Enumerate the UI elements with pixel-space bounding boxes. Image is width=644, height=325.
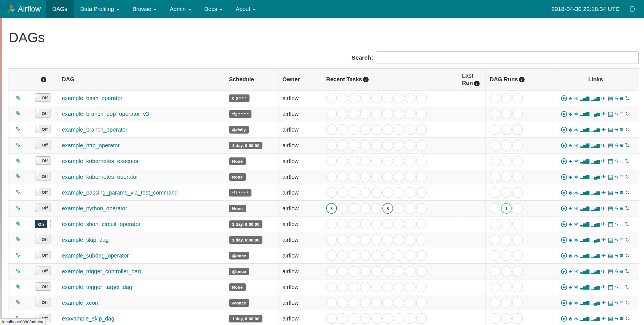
landing-times-icon[interactable]: ✈ [601,221,606,227]
graph-view-icon[interactable]: ∗ [573,268,579,275]
refresh-icon[interactable]: ↻ [625,299,630,306]
dag-run-circle[interactable]: 1 [501,203,512,214]
recent-task-circle[interactable] [416,250,427,261]
refresh-icon[interactable]: ↻ [625,236,630,243]
recent-task-circle[interactable] [394,187,404,198]
tree-view-icon[interactable]: ♠ [569,284,572,290]
dag-pause-toggle[interactable]: Off [35,109,51,118]
recent-task-circle[interactable] [405,250,416,261]
logs-icon[interactable]: ≡ [620,95,623,102]
recent-task-circle[interactable] [405,297,416,308]
dag-run-circle[interactable] [490,109,500,119]
graph-view-icon[interactable]: ∗ [573,189,579,196]
edit-dag-icon[interactable]: ✎ [15,141,21,149]
gantt-view-icon[interactable]: ▤ [608,142,613,149]
code-view-icon[interactable]: ϟ [615,284,618,290]
graph-view-icon[interactable]: ∗ [573,284,579,290]
task-tries-icon[interactable]: ▁▄▆ [591,300,600,305]
landing-times-icon[interactable]: ✈ [601,158,606,164]
graph-view-icon[interactable]: ∗ [573,126,579,133]
dag-link[interactable]: example_branch_operator [62,127,128,133]
dag-run-circle[interactable] [490,219,500,229]
code-view-icon[interactable]: ϟ [615,236,618,243]
task-duration-icon[interactable]: ▂▅▇ [580,143,589,148]
graph-view-icon[interactable]: ∗ [573,110,579,117]
recent-task-circle[interactable] [337,282,348,292]
refresh-icon[interactable]: ↻ [625,189,630,196]
task-duration-icon[interactable]: ▂▅▇ [580,127,589,132]
nav-item-data-profiling[interactable]: Data Profiling [74,0,126,18]
recent-task-circle[interactable] [371,187,382,198]
airflow-brand[interactable]: Airflow [0,0,46,18]
gantt-view-icon[interactable]: ▤ [608,315,613,322]
dag-run-circle[interactable] [512,109,523,119]
edit-dag-icon[interactable]: ✎ [15,110,21,118]
schedule-badge[interactable]: @once [229,252,249,259]
dag-link[interactable]: example_kubernetes_executor [62,158,139,164]
dag-run-circle[interactable] [490,124,500,135]
recent-task-circle[interactable] [371,140,382,151]
dag-pause-toggle[interactable]: Off [35,267,51,275]
dag-link[interactable]: example_branch_dop_operator_v3 [62,111,149,117]
recent-task-circle[interactable] [416,171,427,182]
recent-task-circle[interactable] [394,282,404,292]
landing-times-icon[interactable]: ✈ [601,284,606,290]
recent-task-circle[interactable] [371,171,382,182]
task-tries-icon[interactable]: ▁▄▆ [591,159,600,164]
logs-icon[interactable]: ≡ [620,252,623,259]
recent-task-circle[interactable] [349,297,359,308]
dag-run-circle[interactable] [501,282,512,292]
recent-task-circle[interactable] [337,297,348,308]
edit-dag-icon[interactable]: ✎ [15,267,21,275]
recent-task-circle[interactable] [371,234,382,245]
recent-task-circle[interactable] [360,109,371,119]
trigger-dag-icon[interactable]: ▶ [561,221,567,227]
info-icon[interactable]: i [41,77,46,82]
dag-run-circle[interactable] [512,297,523,308]
gantt-view-icon[interactable]: ▤ [608,126,613,133]
recent-task-circle[interactable]: 8 [382,203,393,214]
graph-view-icon[interactable]: ∗ [573,221,579,227]
recent-task-circle[interactable] [371,109,382,119]
recent-task-circle[interactable] [360,140,371,151]
recent-task-circle[interactable] [394,234,404,245]
code-view-icon[interactable]: ϟ [615,173,618,180]
landing-times-icon[interactable]: ✈ [601,299,606,306]
dag-pause-toggle[interactable]: Off [35,235,51,243]
recent-task-circle[interactable] [349,109,359,119]
recent-task-circle[interactable] [326,266,337,277]
trigger-dag-icon[interactable]: ▶ [561,127,567,133]
landing-times-icon[interactable]: ✈ [601,189,606,196]
recent-task-circle[interactable] [382,266,393,277]
logs-icon[interactable]: ≡ [620,142,623,149]
recent-task-circle[interactable] [405,93,416,103]
edit-dag-icon[interactable]: ✎ [15,94,21,102]
recent-task-circle[interactable] [394,313,404,324]
recent-task-circle[interactable] [360,282,371,292]
dag-pause-toggle[interactable]: Off [35,125,51,133]
dag-run-circle[interactable] [501,93,512,103]
landing-times-icon[interactable]: ✈ [601,110,606,117]
dag-run-circle[interactable] [512,234,523,245]
dag-link[interactable]: example_trigger_controller_dag [62,268,141,274]
recent-task-circle[interactable] [337,313,348,324]
schedule-badge[interactable]: @once [229,268,249,275]
recent-task-circle[interactable] [382,124,393,135]
recent-task-circle[interactable] [394,266,404,277]
logs-icon[interactable]: ≡ [620,236,623,243]
recent-task-circle[interactable] [394,93,404,103]
trigger-dag-icon[interactable]: ▶ [561,237,567,243]
task-duration-icon[interactable]: ▂▅▇ [580,159,589,164]
recent-task-circle[interactable] [405,171,416,182]
recent-task-circle[interactable] [326,250,337,261]
recent-task-circle[interactable] [337,109,348,119]
info-icon[interactable]: i [519,77,525,82]
gantt-view-icon[interactable]: ▤ [608,173,613,180]
recent-task-circle[interactable] [416,203,427,214]
edit-dag-icon[interactable]: ✎ [15,252,21,259]
dag-pause-toggle[interactable]: Off [35,188,51,196]
recent-task-circle[interactable] [360,156,371,166]
recent-task-circle[interactable] [405,156,416,166]
recent-task-circle[interactable] [371,93,382,103]
recent-task-circle[interactable] [371,219,382,229]
